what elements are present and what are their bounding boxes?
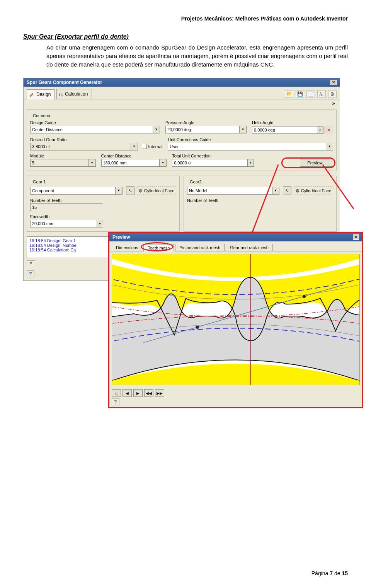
collapse-button[interactable]: ≈ [27, 260, 35, 267]
ucg-select[interactable]: User [168, 143, 326, 150]
gear1-group: Gear 1 Component ▼ ↖ ◍ Cylindrical Face … [27, 176, 180, 232]
open-button[interactable]: 📂 [285, 90, 293, 98]
teeth-mesh-diagram [112, 254, 359, 385]
footer-mid: de [333, 570, 342, 576]
design-guide-label: Design Guide [30, 120, 160, 125]
nav-next-button[interactable]: ▶ [133, 389, 143, 397]
dropdown-button[interactable]: ▼ [116, 187, 123, 195]
dropdown-button[interactable]: ▼ [131, 143, 138, 150]
close-button[interactable]: ✕ [353, 234, 359, 240]
close-button[interactable]: ✕ [330, 80, 337, 85]
nav-forward-button[interactable]: ▶▶ [155, 389, 164, 397]
pencil-icon [29, 92, 35, 97]
tab-calculation[interactable]: fG Calculation [56, 89, 92, 99]
preview-canvas [112, 254, 360, 385]
cyl-face-label: Cylindrical Face [144, 188, 174, 193]
preview-title: Preview [112, 234, 130, 240]
fx-icon: fG [320, 91, 324, 97]
cylinder-icon: ◍ [139, 188, 143, 193]
tab-calculation-label: Calculation [65, 91, 88, 97]
gear2-teeth-label: Number of Teeth [187, 198, 333, 203]
dropdown-button[interactable]: ▼ [272, 187, 279, 195]
tab-pinion-rack[interactable]: Pinion and rack mesh [175, 244, 225, 251]
pressure-angle-label: Pressure Angle [165, 120, 247, 125]
helix-angle-input[interactable]: 0,0000 deg [252, 126, 317, 134]
cyl-face-label: Cylindrical Face [301, 188, 331, 193]
gear1-facewidth-label: Facewidth [30, 214, 176, 219]
cross-icon: ✕ [327, 127, 331, 133]
gear1-teeth-input[interactable]: 15 [30, 203, 103, 211]
helix-angle-label: Helix Angle [252, 120, 333, 125]
cursor-icon: ↖ [128, 188, 132, 193]
cross-axis-button[interactable]: ✕ [325, 126, 333, 134]
pressure-angle-input[interactable]: 20,0000 deg [165, 126, 240, 133]
help-button[interactable]: ? [112, 398, 119, 405]
screenshot-container: Spur Gears Component Generator ✕ Design … [23, 78, 348, 280]
dropdown-button[interactable]: ▼ [240, 126, 247, 133]
spinner-button[interactable]: ▸ [317, 126, 323, 134]
internal-checkbox[interactable]: Internal [142, 144, 163, 149]
gear1-type-select[interactable]: Component [30, 187, 116, 195]
pick-button[interactable]: ↖ [126, 186, 134, 195]
design-guide-select[interactable]: Center Distance [30, 126, 153, 133]
dropdown-button[interactable]: ▼ [89, 159, 96, 167]
footer-prefix: Página [311, 570, 330, 576]
window-title: Spur Gears Component Generator [27, 80, 102, 85]
function-icon: fG [59, 91, 63, 97]
gear1-legend: Gear 1 [32, 179, 47, 184]
gear2-group: Gear2 No Model ▼ ↖ ◍ Cylindrical Face Nu… [184, 176, 337, 232]
gear-ratio-label: Desired Gear Ratio [30, 137, 162, 142]
help-button[interactable]: ? [27, 270, 34, 277]
fx-button[interactable]: fG [317, 90, 326, 98]
gear1-facewidth-input[interactable]: 20,000 mm [30, 220, 97, 227]
module-input[interactable]: 5 [30, 159, 89, 167]
tab-gear-rack[interactable]: Gear and rack mesh [226, 244, 273, 251]
report-button[interactable]: 🗎 [328, 90, 337, 98]
center-distance-input[interactable]: 180,000 mm [101, 159, 160, 167]
page-footer: Página 7 de 15 [311, 570, 348, 576]
cylinder-icon: ◍ [296, 188, 300, 193]
common-group: Common Design Guide Center Distance ▼ Pr… [27, 109, 337, 171]
gear2-type-select[interactable]: No Model [187, 187, 272, 195]
svg-point-3 [303, 295, 306, 298]
document-header: Projetos Mecânicos: Melhores Práticas co… [23, 15, 348, 22]
cursor-icon: ↖ [285, 188, 289, 193]
dropdown-button[interactable]: ▼ [326, 143, 333, 150]
folder-icon: 📂 [286, 91, 292, 97]
window-titlebar: Spur Gears Component Generator ✕ [24, 78, 340, 87]
dropdown-button[interactable]: ▼ [160, 159, 167, 167]
gear2-cylindrical-face[interactable]: ◍ Cylindrical Face [294, 186, 333, 195]
tab-design[interactable]: Design [27, 89, 55, 99]
footer-page: 7 [330, 570, 333, 576]
save-button[interactable]: 💾 [296, 90, 304, 98]
body-paragraph: Ao criar uma engrenagem com o comando Sp… [23, 43, 348, 68]
gear1-cylindrical-face[interactable]: ◍ Cylindrical Face [137, 186, 176, 195]
tab-teeth-mesh[interactable]: Teeth mesh [143, 244, 174, 251]
dropdown-button[interactable]: ▼ [153, 126, 160, 133]
note-icon: 📄 [308, 91, 314, 97]
nav-prev-button[interactable]: ◀ [123, 389, 132, 397]
expand-chevrons-button[interactable]: » [330, 100, 337, 106]
gear2-legend: Gear2 [189, 179, 203, 184]
tab-dimensions[interactable]: Dimensions [112, 244, 142, 251]
module-label: Module [30, 154, 96, 158]
footer-total: 15 [342, 570, 348, 576]
report-icon: 🗎 [330, 91, 335, 97]
internal-label: Internal [148, 144, 163, 149]
tab-design-label: Design [36, 92, 51, 97]
ucg-label: Unit Corrections Guide [168, 137, 333, 142]
tab-teeth-label: Teeth mesh [148, 246, 170, 250]
svg-point-2 [196, 326, 199, 329]
tuc-label: Total Unit Correction [172, 154, 254, 158]
pick-button[interactable]: ↖ [283, 186, 291, 195]
note-button[interactable]: 📄 [306, 90, 315, 98]
spinner-button[interactable]: ▸ [248, 159, 254, 167]
gear1-teeth-label: Number of Teeth [30, 198, 176, 203]
nav-rewind-button[interactable]: ◀◀ [144, 389, 153, 397]
spinner-button[interactable]: ▸ [97, 220, 103, 227]
tuc-input[interactable]: 0,0000 ul [172, 159, 248, 167]
gear-ratio-input[interactable]: 3,8000 ul [30, 143, 131, 150]
nav-home-button[interactable]: ▭ [112, 389, 121, 397]
square-icon: ▭ [115, 391, 118, 395]
preview-titlebar: Preview ✕ [109, 233, 362, 241]
